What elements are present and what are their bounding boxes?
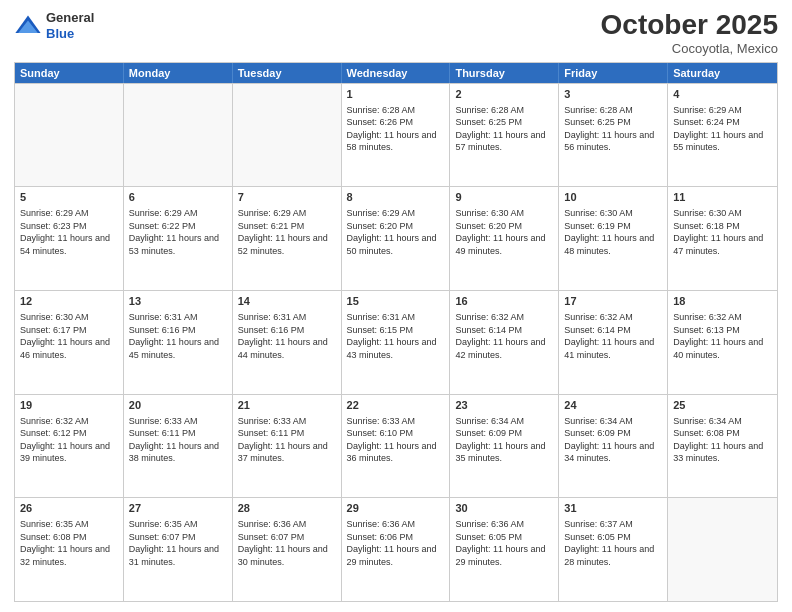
day-info-22: Sunrise: 6:33 AMSunset: 6:10 PMDaylight:… xyxy=(347,415,445,465)
header-day-sunday: Sunday xyxy=(15,63,124,83)
day-number-1: 1 xyxy=(347,87,445,102)
header-day-saturday: Saturday xyxy=(668,63,777,83)
day-info-13: Sunrise: 6:31 AMSunset: 6:16 PMDaylight:… xyxy=(129,311,227,361)
day-number-5: 5 xyxy=(20,190,118,205)
day-info-31: Sunrise: 6:37 AMSunset: 6:05 PMDaylight:… xyxy=(564,518,662,568)
day-info-26: Sunrise: 6:35 AMSunset: 6:08 PMDaylight:… xyxy=(20,518,118,568)
day-number-14: 14 xyxy=(238,294,336,309)
logo-blue: Blue xyxy=(46,26,94,42)
day-cell-23: 23Sunrise: 6:34 AMSunset: 6:09 PMDayligh… xyxy=(450,395,559,498)
header: General Blue October 2025 Cocoyotla, Mex… xyxy=(14,10,778,56)
day-info-15: Sunrise: 6:31 AMSunset: 6:15 PMDaylight:… xyxy=(347,311,445,361)
day-info-28: Sunrise: 6:36 AMSunset: 6:07 PMDaylight:… xyxy=(238,518,336,568)
empty-cell-4-6 xyxy=(668,498,777,601)
day-info-19: Sunrise: 6:32 AMSunset: 6:12 PMDaylight:… xyxy=(20,415,118,465)
day-cell-6: 6Sunrise: 6:29 AMSunset: 6:22 PMDaylight… xyxy=(124,187,233,290)
day-number-4: 4 xyxy=(673,87,772,102)
day-number-27: 27 xyxy=(129,501,227,516)
day-cell-22: 22Sunrise: 6:33 AMSunset: 6:10 PMDayligh… xyxy=(342,395,451,498)
day-number-28: 28 xyxy=(238,501,336,516)
logo: General Blue xyxy=(14,10,94,41)
day-cell-10: 10Sunrise: 6:30 AMSunset: 6:19 PMDayligh… xyxy=(559,187,668,290)
day-number-7: 7 xyxy=(238,190,336,205)
calendar-row-1: 5Sunrise: 6:29 AMSunset: 6:23 PMDaylight… xyxy=(15,186,777,290)
day-number-20: 20 xyxy=(129,398,227,413)
day-number-6: 6 xyxy=(129,190,227,205)
day-cell-24: 24Sunrise: 6:34 AMSunset: 6:09 PMDayligh… xyxy=(559,395,668,498)
day-info-21: Sunrise: 6:33 AMSunset: 6:11 PMDaylight:… xyxy=(238,415,336,465)
day-info-4: Sunrise: 6:29 AMSunset: 6:24 PMDaylight:… xyxy=(673,104,772,154)
day-cell-12: 12Sunrise: 6:30 AMSunset: 6:17 PMDayligh… xyxy=(15,291,124,394)
calendar-row-2: 12Sunrise: 6:30 AMSunset: 6:17 PMDayligh… xyxy=(15,290,777,394)
day-number-26: 26 xyxy=(20,501,118,516)
header-day-wednesday: Wednesday xyxy=(342,63,451,83)
day-number-8: 8 xyxy=(347,190,445,205)
day-info-12: Sunrise: 6:30 AMSunset: 6:17 PMDaylight:… xyxy=(20,311,118,361)
day-info-30: Sunrise: 6:36 AMSunset: 6:05 PMDaylight:… xyxy=(455,518,553,568)
page: General Blue October 2025 Cocoyotla, Mex… xyxy=(0,0,792,612)
day-cell-3: 3Sunrise: 6:28 AMSunset: 6:25 PMDaylight… xyxy=(559,84,668,187)
header-day-monday: Monday xyxy=(124,63,233,83)
day-info-5: Sunrise: 6:29 AMSunset: 6:23 PMDaylight:… xyxy=(20,207,118,257)
day-cell-8: 8Sunrise: 6:29 AMSunset: 6:20 PMDaylight… xyxy=(342,187,451,290)
day-info-7: Sunrise: 6:29 AMSunset: 6:21 PMDaylight:… xyxy=(238,207,336,257)
month-title: October 2025 xyxy=(601,10,778,41)
day-number-22: 22 xyxy=(347,398,445,413)
day-number-24: 24 xyxy=(564,398,662,413)
empty-cell-0-0 xyxy=(15,84,124,187)
title-block: October 2025 Cocoyotla, Mexico xyxy=(601,10,778,56)
day-number-31: 31 xyxy=(564,501,662,516)
logo-text: General Blue xyxy=(46,10,94,41)
day-cell-14: 14Sunrise: 6:31 AMSunset: 6:16 PMDayligh… xyxy=(233,291,342,394)
calendar-header: SundayMondayTuesdayWednesdayThursdayFrid… xyxy=(15,63,777,83)
logo-icon xyxy=(14,12,42,40)
day-info-10: Sunrise: 6:30 AMSunset: 6:19 PMDaylight:… xyxy=(564,207,662,257)
day-info-6: Sunrise: 6:29 AMSunset: 6:22 PMDaylight:… xyxy=(129,207,227,257)
empty-cell-0-2 xyxy=(233,84,342,187)
day-cell-29: 29Sunrise: 6:36 AMSunset: 6:06 PMDayligh… xyxy=(342,498,451,601)
day-number-23: 23 xyxy=(455,398,553,413)
day-cell-9: 9Sunrise: 6:30 AMSunset: 6:20 PMDaylight… xyxy=(450,187,559,290)
calendar-row-0: 1Sunrise: 6:28 AMSunset: 6:26 PMDaylight… xyxy=(15,83,777,187)
day-info-24: Sunrise: 6:34 AMSunset: 6:09 PMDaylight:… xyxy=(564,415,662,465)
day-info-2: Sunrise: 6:28 AMSunset: 6:25 PMDaylight:… xyxy=(455,104,553,154)
day-cell-25: 25Sunrise: 6:34 AMSunset: 6:08 PMDayligh… xyxy=(668,395,777,498)
day-cell-11: 11Sunrise: 6:30 AMSunset: 6:18 PMDayligh… xyxy=(668,187,777,290)
day-info-1: Sunrise: 6:28 AMSunset: 6:26 PMDaylight:… xyxy=(347,104,445,154)
day-cell-31: 31Sunrise: 6:37 AMSunset: 6:05 PMDayligh… xyxy=(559,498,668,601)
day-info-3: Sunrise: 6:28 AMSunset: 6:25 PMDaylight:… xyxy=(564,104,662,154)
day-cell-30: 30Sunrise: 6:36 AMSunset: 6:05 PMDayligh… xyxy=(450,498,559,601)
day-cell-16: 16Sunrise: 6:32 AMSunset: 6:14 PMDayligh… xyxy=(450,291,559,394)
header-day-thursday: Thursday xyxy=(450,63,559,83)
day-number-3: 3 xyxy=(564,87,662,102)
day-number-17: 17 xyxy=(564,294,662,309)
day-info-14: Sunrise: 6:31 AMSunset: 6:16 PMDaylight:… xyxy=(238,311,336,361)
day-cell-1: 1Sunrise: 6:28 AMSunset: 6:26 PMDaylight… xyxy=(342,84,451,187)
header-day-friday: Friday xyxy=(559,63,668,83)
day-number-19: 19 xyxy=(20,398,118,413)
day-info-8: Sunrise: 6:29 AMSunset: 6:20 PMDaylight:… xyxy=(347,207,445,257)
calendar-row-3: 19Sunrise: 6:32 AMSunset: 6:12 PMDayligh… xyxy=(15,394,777,498)
day-cell-2: 2Sunrise: 6:28 AMSunset: 6:25 PMDaylight… xyxy=(450,84,559,187)
day-info-11: Sunrise: 6:30 AMSunset: 6:18 PMDaylight:… xyxy=(673,207,772,257)
day-number-11: 11 xyxy=(673,190,772,205)
day-info-17: Sunrise: 6:32 AMSunset: 6:14 PMDaylight:… xyxy=(564,311,662,361)
logo-general: General xyxy=(46,10,94,26)
day-cell-21: 21Sunrise: 6:33 AMSunset: 6:11 PMDayligh… xyxy=(233,395,342,498)
day-cell-7: 7Sunrise: 6:29 AMSunset: 6:21 PMDaylight… xyxy=(233,187,342,290)
day-info-18: Sunrise: 6:32 AMSunset: 6:13 PMDaylight:… xyxy=(673,311,772,361)
day-cell-26: 26Sunrise: 6:35 AMSunset: 6:08 PMDayligh… xyxy=(15,498,124,601)
day-info-16: Sunrise: 6:32 AMSunset: 6:14 PMDaylight:… xyxy=(455,311,553,361)
day-cell-5: 5Sunrise: 6:29 AMSunset: 6:23 PMDaylight… xyxy=(15,187,124,290)
day-info-25: Sunrise: 6:34 AMSunset: 6:08 PMDaylight:… xyxy=(673,415,772,465)
empty-cell-0-1 xyxy=(124,84,233,187)
day-number-18: 18 xyxy=(673,294,772,309)
day-number-25: 25 xyxy=(673,398,772,413)
calendar-body: 1Sunrise: 6:28 AMSunset: 6:26 PMDaylight… xyxy=(15,83,777,601)
day-info-9: Sunrise: 6:30 AMSunset: 6:20 PMDaylight:… xyxy=(455,207,553,257)
day-cell-28: 28Sunrise: 6:36 AMSunset: 6:07 PMDayligh… xyxy=(233,498,342,601)
day-number-29: 29 xyxy=(347,501,445,516)
day-cell-13: 13Sunrise: 6:31 AMSunset: 6:16 PMDayligh… xyxy=(124,291,233,394)
header-day-tuesday: Tuesday xyxy=(233,63,342,83)
day-cell-27: 27Sunrise: 6:35 AMSunset: 6:07 PMDayligh… xyxy=(124,498,233,601)
